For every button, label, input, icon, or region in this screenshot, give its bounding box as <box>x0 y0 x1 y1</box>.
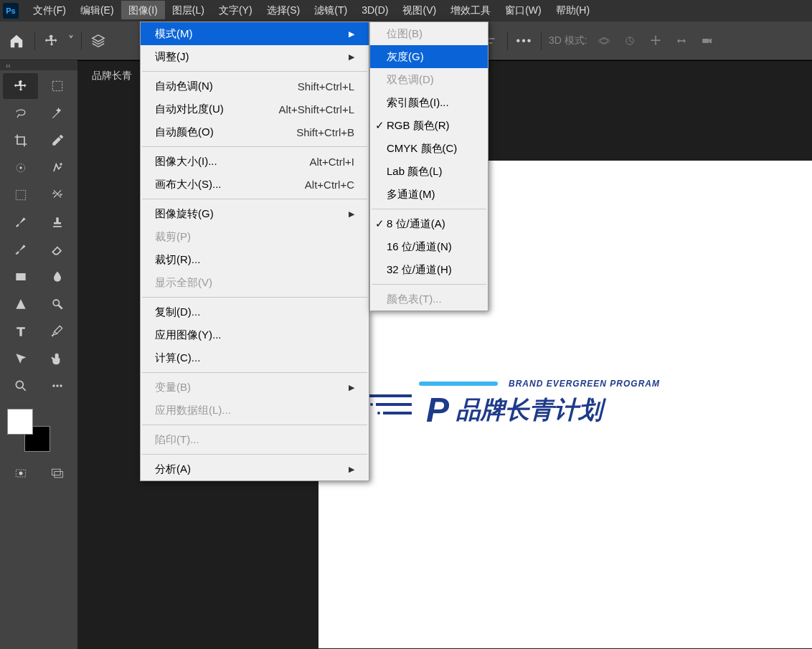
pen-triangle-tool[interactable] <box>3 291 38 317</box>
menu-视图(V)[interactable]: 视图(V) <box>395 1 443 19</box>
menuitem-复制(D)...[interactable]: 复制(D)... <box>141 300 369 323</box>
menuitem-计算(C)...[interactable]: 计算(C)... <box>141 346 369 369</box>
svg-point-17 <box>56 384 58 387</box>
type-tool[interactable] <box>3 318 38 344</box>
svg-point-14 <box>53 300 59 305</box>
document-tab[interactable]: 品牌长青 <box>77 61 146 91</box>
logo-mark: P <box>426 390 449 430</box>
swap-tool[interactable] <box>39 182 75 208</box>
logo-chinese-text: 品牌长青计划 <box>456 394 603 427</box>
menuitem-模式(M)[interactable]: 模式(M)▶ <box>141 22 369 45</box>
foreground-color-swatch[interactable] <box>7 409 33 435</box>
menuitem-画布大小(S)...[interactable]: 画布大小(S)...Alt+Ctrl+C <box>141 173 369 196</box>
svg-point-20 <box>19 472 22 475</box>
menuitem-变量(B): 变量(B)▶ <box>141 376 369 399</box>
svg-point-18 <box>60 384 62 387</box>
menuitem-自动对比度(U)[interactable]: 自动对比度(U)Alt+Shift+Ctrl+L <box>141 98 369 120</box>
menu-文件(F)[interactable]: 文件(F) <box>26 1 73 19</box>
eraser-tool[interactable] <box>39 237 75 262</box>
svg-rect-2 <box>488 42 492 44</box>
crop-tool[interactable] <box>3 128 38 153</box>
svg-point-27 <box>377 412 380 414</box>
stamp-tool[interactable] <box>39 209 75 235</box>
menuitem-调整(J)[interactable]: 调整(J)▶ <box>141 45 369 68</box>
move-tool-icon[interactable] <box>42 32 61 50</box>
svg-rect-12 <box>16 273 25 280</box>
menuitem-Lab 颜色(L)[interactable]: Lab 颜色(L) <box>370 160 488 183</box>
blur-tool[interactable] <box>39 264 75 290</box>
svg-point-15 <box>16 381 23 388</box>
history-tool[interactable] <box>3 237 38 262</box>
wand-tool[interactable] <box>39 100 75 126</box>
menuitem-16 位/通道(N)[interactable]: 16 位/通道(N) <box>370 235 488 258</box>
3d-pan-icon[interactable] <box>646 32 665 50</box>
gradient-tool[interactable] <box>3 264 38 290</box>
menu-帮助(H)[interactable]: 帮助(H) <box>549 1 597 19</box>
menuitem-RGB 颜色(R)[interactable]: ✓RGB 颜色(R) <box>370 114 488 137</box>
frame-tool[interactable] <box>3 182 38 208</box>
patch-tool[interactable] <box>3 155 38 181</box>
3d-slide-icon[interactable] <box>672 32 691 50</box>
menu-选择(S)[interactable]: 选择(S) <box>260 1 308 19</box>
menuitem-自动色调(N)[interactable]: 自动色调(N)Shift+Ctrl+L <box>141 75 369 98</box>
menu-图像(I)[interactable]: 图像(I) <box>121 1 165 19</box>
pen-tool[interactable] <box>39 318 75 344</box>
toolbox: ‹‹ <box>0 60 77 649</box>
3d-rotate-icon[interactable] <box>620 32 639 50</box>
marquee-tool[interactable] <box>39 73 75 99</box>
menu-编辑(E)[interactable]: 编辑(E) <box>73 1 121 19</box>
svg-point-16 <box>52 384 55 387</box>
3d-camera-icon[interactable] <box>698 32 717 50</box>
hand-tool[interactable] <box>39 346 75 371</box>
logo-english-text: BRAND EVERGREEN PROGRAM <box>509 379 660 389</box>
brush-tool[interactable] <box>3 209 38 235</box>
more-tool[interactable] <box>39 373 75 399</box>
menuitem-应用数据组(L)...: 应用数据组(L)... <box>141 399 369 422</box>
menu-bar: Ps 文件(F)编辑(E)图像(I)图层(L)文字(Y)选择(S)滤镜(T)3D… <box>0 0 812 22</box>
image-menu-dropdown: 模式(M)▶调整(J)▶自动色调(N)Shift+Ctrl+L自动对比度(U)A… <box>140 22 369 481</box>
zoom-tool[interactable] <box>3 373 38 399</box>
3d-mode-label: 3D 模式: <box>549 34 587 47</box>
menuitem-CMYK 颜色(C)[interactable]: CMYK 颜色(C) <box>370 137 488 160</box>
menuitem-分析(A)[interactable]: 分析(A)▶ <box>141 458 369 480</box>
menuitem-多通道(M)[interactable]: 多通道(M) <box>370 183 488 206</box>
menu-窗口(W)[interactable]: 窗口(W) <box>498 1 549 19</box>
layers-icon[interactable] <box>89 32 108 50</box>
move-tool[interactable] <box>3 73 38 99</box>
panel-collapse-icon[interactable]: ‹‹ <box>0 60 77 70</box>
3d-orbit-icon[interactable] <box>595 32 613 50</box>
path-tool[interactable] <box>3 346 38 371</box>
menuitem-索引颜色(I)...[interactable]: 索引颜色(I)... <box>370 91 488 114</box>
menu-图层(L)[interactable]: 图层(L) <box>165 1 212 19</box>
menuitem-双色调(D): 双色调(D) <box>370 68 488 91</box>
menu-滤镜(T)[interactable]: 滤镜(T) <box>307 1 354 19</box>
svg-rect-1 <box>488 38 494 39</box>
menu-增效工具[interactable]: 增效工具 <box>443 1 498 19</box>
menuitem-图像旋转(G)[interactable]: 图像旋转(G)▶ <box>141 202 369 225</box>
menuitem-陷印(T)...: 陷印(T)... <box>141 428 369 451</box>
svg-rect-22 <box>54 472 62 478</box>
spot-heal-tool[interactable] <box>39 155 75 181</box>
screenmode-tool[interactable] <box>39 460 75 486</box>
menu-文字(Y)[interactable]: 文字(Y) <box>212 1 260 19</box>
more-options-icon[interactable]: ••• <box>515 32 534 50</box>
lasso-tool[interactable] <box>3 100 38 126</box>
color-swatches[interactable] <box>7 409 50 452</box>
eyedropper-tool[interactable] <box>39 128 75 153</box>
menuitem-裁切(R)...[interactable]: 裁切(R)... <box>141 248 369 271</box>
menuitem-自动颜色(O)[interactable]: 自动颜色(O)Shift+Ctrl+B <box>141 120 369 143</box>
svg-rect-7 <box>52 81 62 90</box>
quickmask-tool[interactable] <box>3 460 38 486</box>
menu-3D(D)[interactable]: 3D(D) <box>354 1 395 19</box>
menuitem-图像大小(I)...[interactable]: 图像大小(I)...Alt+Ctrl+I <box>141 150 369 173</box>
home-button[interactable] <box>6 30 27 52</box>
menuitem-颜色表(T)...: 颜色表(T)... <box>370 288 488 311</box>
menuitem-32 位/通道(H)[interactable]: 32 位/通道(H) <box>370 258 488 281</box>
svg-rect-11 <box>16 190 25 199</box>
menuitem-灰度(G)[interactable]: 灰度(G) <box>370 45 488 68</box>
menuitem-应用图像(Y)...[interactable]: 应用图像(Y)... <box>141 323 369 346</box>
dodge-tool[interactable] <box>39 291 75 317</box>
document-content: BRAND EVERGREEN PROGRAM P 品牌长青计划 <box>426 379 660 430</box>
menuitem-8 位/通道(A)[interactable]: ✓8 位/通道(A) <box>370 212 488 235</box>
svg-point-9 <box>19 166 22 169</box>
